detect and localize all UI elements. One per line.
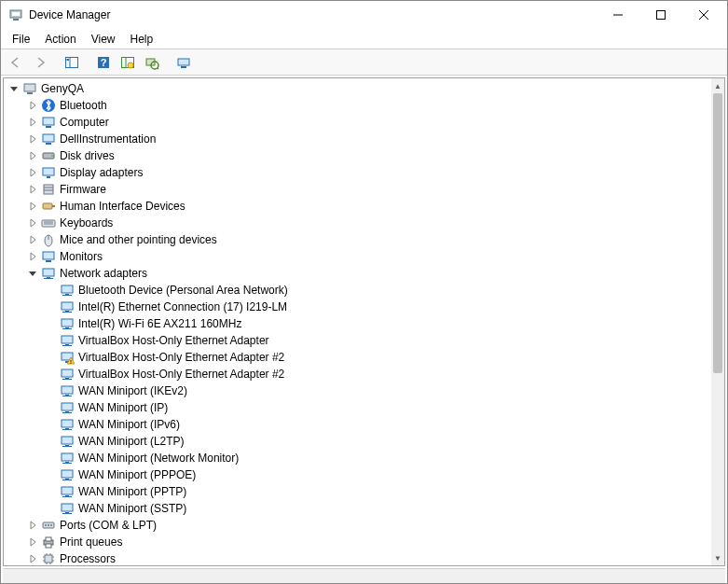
tree-node-cat-5[interactable]: Firmware [22, 181, 711, 198]
expand-icon[interactable] [26, 535, 39, 549]
tree-node-label: VirtualBox Host-Only Ethernet Adapter [78, 334, 269, 347]
minimize-button[interactable] [597, 1, 639, 29]
expand-icon[interactable] [26, 200, 39, 213]
expand-icon[interactable] [26, 233, 39, 246]
menu-action[interactable]: Action [37, 31, 83, 48]
tree-node-cat-10-child-11[interactable]: WAN Miniport (PPPOE) [41, 466, 711, 483]
mouse-icon [41, 232, 56, 247]
menu-help[interactable]: Help [123, 31, 161, 48]
toolbar-back [5, 52, 27, 73]
network-icon [60, 400, 75, 415]
expand-icon[interactable] [26, 116, 39, 129]
tree-node-cat-4[interactable]: Display adapters [22, 164, 711, 181]
expand-icon[interactable] [26, 132, 39, 146]
tree-node-cat-10[interactable]: Network adapters [22, 265, 711, 282]
tree-node-label: Firmware [60, 183, 106, 196]
network-icon [60, 316, 75, 331]
tree-node-cat-10-child-6[interactable]: WAN Miniport (IKEv2) [41, 382, 711, 399]
tree-node-label: DellInstrumentation [60, 132, 156, 146]
network-icon [60, 434, 75, 449]
menu-file[interactable]: File [5, 31, 37, 48]
tree-node-cat-13[interactable]: Processors [22, 550, 711, 565]
tree-node-cat-10-child-3[interactable]: VirtualBox Host-Only Ethernet Adapter [41, 332, 711, 349]
network-icon [60, 283, 75, 298]
svg-rect-55 [62, 336, 73, 343]
toolbar: ? [1, 49, 727, 76]
device-tree[interactable]: GenyQABluetoothComputerDellInstrumentati… [4, 80, 711, 565]
tree-node-label: WAN Miniport (Network Monitor) [78, 452, 239, 465]
tree-node-label: WAN Miniport (SSTP) [78, 502, 186, 515]
collapse-icon[interactable] [26, 267, 39, 280]
expand-icon[interactable] [26, 149, 39, 162]
tree-node-cat-10-child-1[interactable]: Intel(R) Ethernet Connection (17) I219-L… [41, 299, 711, 315]
svg-rect-95 [46, 544, 51, 548]
network-warn-icon: ! [60, 350, 75, 365]
maximize-button[interactable] [639, 1, 682, 29]
tree-node-label: Intel(R) Wi-Fi 6E AX211 160MHz [78, 317, 241, 330]
tree-node-cat-10-child-2[interactable]: Intel(R) Wi-Fi 6E AX211 160MHz [41, 315, 711, 332]
tree-node-cat-10-child-5[interactable]: VirtualBox Host-Only Ethernet Adapter #2 [41, 366, 711, 382]
toolbar-scan[interactable] [141, 52, 163, 73]
svg-rect-74 [62, 437, 73, 444]
expand-icon[interactable] [26, 99, 39, 112]
toolbar-devices[interactable] [172, 52, 195, 73]
tree-node-cat-12[interactable]: Print queues [22, 534, 711, 550]
svg-rect-2 [13, 19, 19, 21]
expand-icon[interactable] [26, 552, 39, 565]
svg-rect-43 [43, 269, 54, 276]
expand-icon[interactable] [26, 183, 39, 196]
tree-node-cat-9[interactable]: Monitors [22, 248, 711, 265]
svg-rect-76 [62, 446, 72, 447]
toolbar-help[interactable]: ? [92, 52, 115, 73]
svg-rect-77 [62, 453, 73, 461]
tree-node-cat-10-child-4[interactable]: !VirtualBox Host-Only Ethernet Adapter #… [41, 349, 711, 366]
tree-node-cat-10-child-12[interactable]: WAN Miniport (PPTP) [41, 483, 711, 500]
svg-rect-86 [62, 504, 73, 511]
window-title: Device Manager [29, 8, 110, 21]
tree-node-label: VirtualBox Host-Only Ethernet Adapter #2 [78, 351, 284, 364]
expand-icon[interactable] [26, 250, 39, 263]
toolbar-properties[interactable] [117, 52, 139, 73]
tree-node-cat-10-child-13[interactable]: WAN Miniport (SSTP) [41, 500, 711, 517]
svg-rect-34 [43, 203, 52, 209]
tree-node-cat-10-child-10[interactable]: WAN Miniport (Network Monitor) [41, 450, 711, 466]
toolbar-show-hide-tree[interactable] [61, 52, 83, 73]
menubar: File Action View Help [1, 29, 727, 49]
expand-icon[interactable] [26, 216, 39, 229]
tree-node-cat-8[interactable]: Mice and other pointing devices [22, 231, 711, 248]
svg-rect-9 [67, 59, 70, 61]
scroll-down-arrow[interactable]: ▼ [711, 550, 724, 565]
expand-icon[interactable] [26, 519, 39, 532]
tree-node-cat-0[interactable]: Bluetooth [22, 97, 711, 114]
svg-rect-83 [62, 487, 73, 494]
tree-node-cat-10-child-8[interactable]: WAN Miniport (IPv6) [41, 416, 711, 433]
svg-rect-20 [24, 84, 35, 91]
tree-node-cat-2[interactable]: DellInstrumentation [22, 131, 711, 147]
tree-node-root[interactable]: GenyQA [4, 80, 711, 97]
svg-line-17 [158, 67, 159, 69]
svg-rect-1 [12, 12, 20, 16]
svg-rect-62 [62, 369, 73, 377]
tree-node-cat-3[interactable]: Disk drives [22, 147, 711, 164]
scroll-up-arrow[interactable]: ▲ [711, 78, 724, 93]
tree-node-cat-1[interactable]: Computer [22, 114, 711, 131]
close-button[interactable] [682, 1, 725, 29]
menu-view[interactable]: View [84, 31, 123, 48]
tree-node-cat-7[interactable]: Keyboards [22, 215, 711, 231]
expand-icon[interactable] [26, 166, 39, 179]
tree-node-cat-6[interactable]: Human Interface Devices [22, 198, 711, 215]
tree-node-cat-10-child-0[interactable]: Bluetooth Device (Personal Area Network) [41, 282, 711, 299]
tree-node-cat-11[interactable]: Ports (COM & LPT) [22, 517, 711, 534]
svg-rect-29 [43, 168, 54, 175]
collapse-icon[interactable] [7, 82, 21, 95]
network-icon [41, 266, 56, 281]
disk-icon [41, 148, 56, 163]
tree-node-label: Keyboards [60, 216, 113, 229]
tree-node-cat-10-child-7[interactable]: WAN Miniport (IP) [41, 399, 711, 416]
scroll-thumb[interactable] [713, 93, 722, 373]
hid-icon [41, 199, 56, 214]
tree-node-label: WAN Miniport (IPv6) [78, 418, 180, 431]
svg-rect-45 [44, 278, 53, 279]
vertical-scrollbar[interactable]: ▲ ▼ [711, 78, 724, 565]
tree-node-cat-10-child-9[interactable]: WAN Miniport (L2TP) [41, 433, 711, 450]
